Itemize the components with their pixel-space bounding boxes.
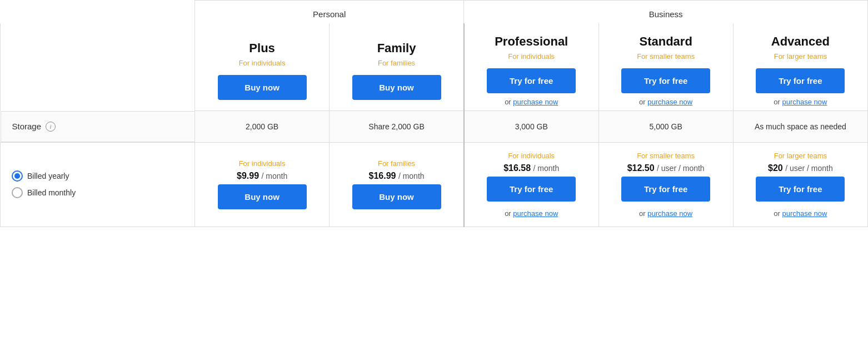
plan-standard-or-purchase: or purchase now [603,98,729,106]
plan-plus-subtitle: For individuals [199,59,325,67]
professional-billing-cell: For individuals $16.58 / month Try for f… [464,142,598,227]
storage-label-cell: Storage i [1,111,195,142]
advanced-price: $20 / user / month [768,163,833,173]
plan-advanced-cell: Advanced For larger teams Try for free o… [733,23,867,111]
family-billing-cta-button[interactable]: Buy now [352,184,441,209]
advanced-billing-purchase-link[interactable]: purchase now [782,209,827,218]
plan-professional-or-purchase: or purchase now [469,98,594,106]
plan-cta-row: Plus For individuals Buy now Family For … [1,23,868,111]
pricing-table: Personal Business Plus For individuals B… [0,0,868,227]
advanced-price-block: For larger teams $20 / user / month Try … [738,152,863,218]
plan-professional-purchase-link[interactable]: purchase now [513,98,558,106]
plan-advanced-purchase-link[interactable]: purchase now [782,98,827,106]
plan-plus-cell: Plus For individuals Buy now [195,23,330,111]
empty-header [1,1,195,24]
advanced-billing-cta-button[interactable]: Try for free [756,177,845,202]
professional-billing-subtitle: For individuals [508,152,555,160]
storage-label-text: Storage [12,122,42,131]
business-group-header: Business [464,1,868,24]
standard-billing-cell: For smaller teams $12.50 / user / month … [598,142,733,227]
professional-billing-cta-button[interactable]: Try for free [487,177,576,202]
billed-yearly-radio-inner [14,173,20,179]
advanced-billing-or-purchase: or purchase now [774,209,827,218]
plan-standard-subtitle: For smaller teams [603,52,729,61]
storage-row: Storage i 2,000 GB Share 2,000 GB 3,000 … [1,111,868,143]
billed-yearly-option[interactable]: Billed yearly [12,170,190,182]
plus-storage: 2,000 GB [195,111,330,143]
family-storage: Share 2,000 GB [330,111,464,143]
standard-price: $12.50 / user / month [627,163,705,173]
standard-billing-or-purchase: or purchase now [639,209,692,218]
plan-advanced-subtitle: For larger teams [738,52,863,61]
billing-options-cell: Billed yearly Billed monthly [1,142,195,227]
advanced-billing-subtitle: For larger teams [774,152,827,160]
billing-radio-group: Billed yearly Billed monthly [12,170,190,198]
plus-billing-subtitle: For individuals [239,159,286,168]
plan-plus-name: Plus [199,41,325,56]
family-billing-cell: For families $16.99 / month Buy now [330,142,464,227]
billed-monthly-option[interactable]: Billed monthly [12,187,190,198]
label-empty-cta [1,23,195,111]
professional-billing-or-purchase: or purchase now [505,209,558,218]
plan-family-subtitle: For families [334,59,459,67]
plan-advanced-cta-button[interactable]: Try for free [756,68,845,93]
plan-plus-cta-button[interactable]: Buy now [218,75,307,100]
plan-professional-name: Professional [469,34,594,49]
plan-advanced-name: Advanced [738,34,863,49]
standard-billing-purchase-link[interactable]: purchase now [647,209,692,218]
billed-yearly-radio[interactable] [12,170,23,182]
plan-standard-cell: Standard For smaller teams Try for free … [598,23,733,111]
professional-billing-purchase-link[interactable]: purchase now [513,209,558,218]
plan-family-cell: Family For families Buy now [330,23,464,111]
plan-professional-cell: Professional For individuals Try for fre… [464,23,598,111]
advanced-billing-cell: For larger teams $20 / user / month Try … [733,142,867,227]
advanced-storage: As much space as needed [733,111,867,143]
plan-standard-purchase-link[interactable]: purchase now [647,98,692,106]
storage-info-icon[interactable]: i [46,122,56,132]
family-billing-subtitle: For families [378,159,415,168]
standard-billing-subtitle: For smaller teams [637,152,695,160]
billed-monthly-radio[interactable] [12,187,23,198]
standard-billing-cta-button[interactable]: Try for free [621,177,710,202]
plus-price-block: For individuals $9.99 / month Buy now [199,159,325,209]
plan-professional-subtitle: For individuals [469,52,594,61]
personal-group-header: Personal [195,1,464,24]
standard-price-block: For smaller teams $12.50 / user / month … [603,152,729,218]
billing-row: Billed yearly Billed monthly For individ… [1,142,868,227]
billed-yearly-label: Billed yearly [27,172,69,180]
plus-price: $9.99 / month [237,171,287,181]
professional-price: $16.58 / month [503,163,559,173]
plan-family-name: Family [334,41,459,56]
group-header-row: Personal Business [1,1,868,24]
billed-monthly-label: Billed monthly [27,188,76,197]
family-price-block: For families $16.99 / month Buy now [334,159,459,209]
plan-professional-cta-button[interactable]: Try for free [487,68,576,93]
plan-standard-cta-button[interactable]: Try for free [621,68,710,93]
plan-family-cta-button[interactable]: Buy now [352,75,441,100]
standard-storage: 5,000 GB [598,111,733,143]
professional-price-block: For individuals $16.58 / month Try for f… [469,152,594,218]
plan-advanced-or-purchase: or purchase now [738,98,863,106]
professional-storage: 3,000 GB [464,111,598,143]
plus-billing-cell: For individuals $9.99 / month Buy now [195,142,330,227]
family-price: $16.99 / month [368,171,424,181]
plus-billing-cta-button[interactable]: Buy now [218,184,307,209]
plan-standard-name: Standard [603,34,729,49]
